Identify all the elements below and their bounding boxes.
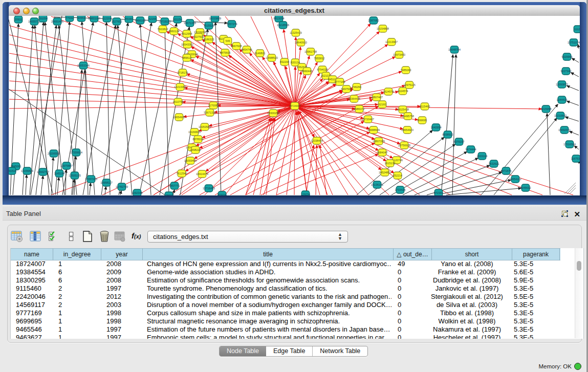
- svg-text:9684047: 9684047: [377, 151, 388, 154]
- svg-text:85340: 85340: [125, 17, 133, 20]
- svg-text:8186323: 8186323: [204, 38, 214, 41]
- svg-text:1733426: 1733426: [395, 188, 406, 191]
- svg-text:1527602: 1527602: [112, 20, 122, 23]
- svg-text:10807487: 10807487: [371, 96, 383, 99]
- svg-text:989613: 989613: [182, 56, 191, 59]
- svg-text:9115460: 9115460: [420, 105, 430, 108]
- svg-text:10154808: 10154808: [377, 27, 389, 30]
- svg-text:7515526: 7515526: [204, 24, 214, 27]
- svg-text:18640910: 18640910: [295, 41, 307, 44]
- svg-text:872341: 872341: [434, 191, 443, 194]
- svg-text:15692971: 15692971: [558, 128, 571, 132]
- svg-text:112204: 112204: [102, 17, 112, 20]
- svg-text:1498222: 1498222: [190, 148, 201, 151]
- svg-text:176023: 176023: [164, 194, 173, 195]
- svg-text:16093459: 16093459: [184, 159, 197, 162]
- svg-text:2986372: 2986372: [354, 107, 365, 111]
- svg-text:18724007: 18724007: [289, 104, 301, 107]
- svg-text:1024574: 1024574: [398, 90, 408, 93]
- svg-text:19166825: 19166825: [188, 130, 201, 134]
- svg-text:15751074: 15751074: [568, 41, 580, 44]
- svg-text:8454749: 8454749: [242, 48, 252, 51]
- svg-text:17359914: 17359914: [70, 151, 82, 154]
- svg-text:10210643: 10210643: [554, 114, 567, 117]
- svg-text:9875605: 9875605: [220, 51, 231, 54]
- svg-text:17016504: 17016504: [563, 143, 576, 146]
- svg-text:20910: 20910: [15, 18, 23, 21]
- svg-text:16671355: 16671355: [184, 21, 196, 25]
- svg-text:10719155: 10719155: [159, 20, 171, 23]
- svg-text:16782759: 16782759: [116, 185, 128, 188]
- svg-text:8878312: 8878312: [193, 138, 204, 141]
- svg-text:14524851: 14524851: [379, 171, 391, 174]
- svg-text:10853267: 10853267: [88, 17, 100, 20]
- svg-text:16914479: 16914479: [196, 172, 208, 176]
- svg-text:18300295: 18300295: [267, 112, 279, 115]
- svg-text:10958117: 10958117: [100, 181, 113, 184]
- svg-text:11325419: 11325419: [290, 31, 302, 34]
- svg-text:9777169: 9777169: [335, 80, 345, 83]
- svg-text:9329966: 9329966: [562, 55, 573, 58]
- svg-text:62160: 62160: [379, 103, 386, 106]
- svg-text:6497503: 6497503: [341, 87, 352, 91]
- svg-text:13156829: 13156829: [21, 169, 33, 172]
- svg-text:16033809: 16033809: [209, 17, 221, 20]
- svg-text:12505135: 12505135: [69, 174, 81, 177]
- svg-text:2967608: 2967608: [231, 45, 242, 48]
- svg-text:1610755: 1610755: [173, 100, 184, 103]
- svg-text:13975887: 13975887: [60, 164, 73, 167]
- svg-text:90553: 90553: [78, 16, 85, 19]
- svg-text:1640954: 1640954: [431, 126, 442, 129]
- svg-text:2933114: 2933114: [477, 155, 488, 158]
- svg-text:1170083: 1170083: [208, 104, 219, 107]
- svg-text:6794028: 6794028: [317, 68, 328, 71]
- svg-text:12213967: 12213967: [385, 40, 398, 43]
- svg-text:16495758: 16495758: [402, 115, 414, 118]
- svg-text:9990443: 9990443: [302, 70, 313, 73]
- svg-text:12975115: 12975115: [403, 83, 416, 86]
- svg-text:17957225: 17957225: [85, 178, 97, 181]
- svg-text:9245632: 9245632: [520, 186, 531, 189]
- svg-text:6379197: 6379197: [454, 140, 465, 143]
- svg-text:9474444: 9474444: [466, 148, 476, 151]
- svg-text:14136141: 14136141: [371, 183, 383, 186]
- svg-text:12213369: 12213369: [174, 85, 186, 89]
- svg-text:18807289: 18807289: [373, 140, 385, 143]
- svg-text:12093872: 12093872: [556, 83, 568, 86]
- svg-text:10025438: 10025438: [397, 108, 409, 111]
- svg-text:7485063: 7485063: [401, 69, 411, 72]
- svg-text:11123: 11123: [574, 28, 580, 31]
- svg-text:15720407: 15720407: [362, 118, 374, 121]
- svg-text:8813054: 8813054: [274, 17, 285, 20]
- svg-text:7663822: 7663822: [158, 28, 168, 31]
- svg-text:77031: 77031: [66, 16, 74, 19]
- svg-text:10688609: 10688609: [367, 128, 380, 132]
- svg-text:1615132: 1615132: [385, 162, 396, 165]
- svg-text:9327503: 9327503: [193, 35, 204, 38]
- svg-text:9146821: 9146821: [255, 52, 266, 55]
- svg-text:3215958: 3215958: [541, 107, 552, 111]
- svg-text:20691406: 20691406: [51, 20, 63, 23]
- svg-text:13588520: 13588520: [266, 56, 278, 59]
- svg-text:820134: 820134: [291, 61, 300, 64]
- svg-text:20364436: 20364436: [348, 97, 360, 100]
- svg-text:931154: 931154: [173, 18, 182, 21]
- svg-text:8912954: 8912954: [182, 32, 192, 35]
- svg-text:16543362: 16543362: [181, 43, 193, 46]
- svg-text:8938913: 8938913: [443, 133, 453, 136]
- svg-text:252214: 252214: [393, 174, 402, 177]
- svg-text:2718176: 2718176: [178, 71, 188, 74]
- svg-text:7612540: 7612540: [177, 172, 187, 175]
- svg-text:7357274: 7357274: [227, 23, 237, 26]
- svg-text:2087682: 2087682: [368, 19, 379, 22]
- svg-text:10654112: 10654112: [509, 178, 521, 181]
- svg-text:12338454: 12338454: [311, 139, 323, 142]
- svg-text:1624574: 1624574: [383, 90, 394, 93]
- svg-text:191054: 191054: [38, 17, 48, 20]
- svg-text:19654923: 19654923: [401, 128, 413, 132]
- svg-text:1292348: 1292348: [132, 191, 143, 194]
- svg-text:10973493: 10973493: [393, 53, 405, 56]
- svg-text:16648784: 16648784: [448, 48, 461, 51]
- svg-text:546: 546: [226, 39, 230, 42]
- svg-text:9227342: 9227342: [561, 70, 572, 73]
